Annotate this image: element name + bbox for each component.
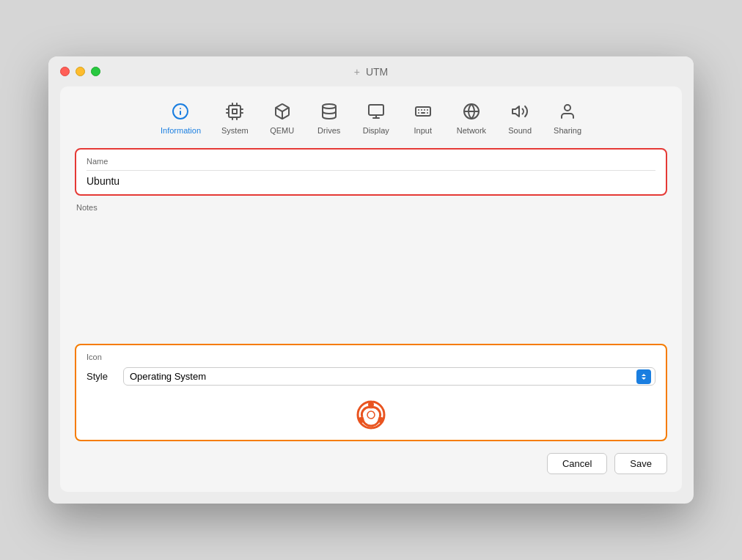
svg-marker-28 [513, 106, 519, 117]
tab-drives-label: Drives [317, 126, 340, 135]
plus-icon: + [354, 66, 360, 78]
toolbar: Information System [60, 86, 682, 148]
window-title: + UTM [354, 66, 388, 78]
tab-network[interactable]: Network [447, 98, 496, 139]
tab-system-label: System [221, 126, 249, 135]
keyboard-icon [414, 103, 432, 123]
tab-sound-label: Sound [508, 126, 532, 135]
tab-information[interactable]: Information [150, 98, 211, 139]
tab-network-label: Network [457, 126, 486, 135]
tab-sharing[interactable]: Sharing [543, 98, 592, 139]
tab-display[interactable]: Display [353, 98, 400, 139]
display-icon [367, 103, 385, 123]
style-select-wrapper: Operating System Custom [123, 367, 655, 386]
speaker-icon [511, 103, 529, 123]
footer: Cancel Save [60, 441, 682, 477]
minimize-button[interactable] [76, 67, 85, 76]
info-circle-icon [172, 103, 189, 123]
main-window: + UTM Information [48, 56, 694, 504]
svg-point-14 [323, 104, 336, 108]
style-row: Style Operating System Custom [87, 367, 655, 386]
tab-input-label: Input [414, 126, 432, 135]
person-icon [559, 103, 576, 123]
drive-icon [320, 103, 338, 123]
style-select[interactable]: Operating System Custom [123, 367, 655, 386]
icon-section-label: Icon [87, 353, 655, 361]
name-field-label: Name [87, 157, 655, 166]
style-label: Style [87, 371, 116, 382]
tab-sound[interactable]: Sound [496, 98, 543, 139]
notes-label: Notes [76, 203, 667, 212]
svg-rect-15 [369, 105, 383, 115]
notes-spacer [75, 212, 667, 344]
content-card: Information System [60, 86, 682, 492]
tab-display-label: Display [363, 126, 389, 135]
content-area: Name Ubuntu Notes Icon Style Operating S… [60, 148, 682, 441]
save-button[interactable]: Save [614, 453, 667, 474]
tab-information-label: Information [161, 126, 201, 135]
svg-rect-4 [232, 109, 237, 114]
tab-input[interactable]: Input [400, 98, 447, 139]
name-section: Name Ubuntu [75, 148, 667, 196]
svg-point-34 [367, 411, 375, 419]
svg-point-29 [565, 105, 570, 111]
ubuntu-icon [356, 400, 386, 430]
svg-rect-3 [229, 106, 240, 117]
tab-qemu[interactable]: QEMU [259, 98, 306, 139]
name-separator [87, 170, 655, 171]
globe-icon [463, 103, 480, 123]
cpu-icon [226, 103, 243, 123]
tab-qemu-label: QEMU [270, 126, 294, 135]
svg-rect-18 [416, 107, 430, 116]
tab-system[interactable]: System [211, 98, 259, 139]
title-bar: + UTM [48, 56, 694, 86]
tab-drives[interactable]: Drives [306, 98, 353, 139]
tab-sharing-label: Sharing [554, 126, 581, 135]
close-button[interactable] [60, 67, 70, 76]
maximize-button[interactable] [91, 67, 100, 76]
icon-section: Icon Style Operating System Custom [75, 344, 667, 441]
traffic-lights [60, 67, 100, 76]
cancel-button[interactable]: Cancel [547, 453, 607, 474]
box-icon [273, 103, 291, 123]
ubuntu-icon-container [87, 394, 655, 432]
name-field-value: Ubuntu [87, 175, 655, 187]
